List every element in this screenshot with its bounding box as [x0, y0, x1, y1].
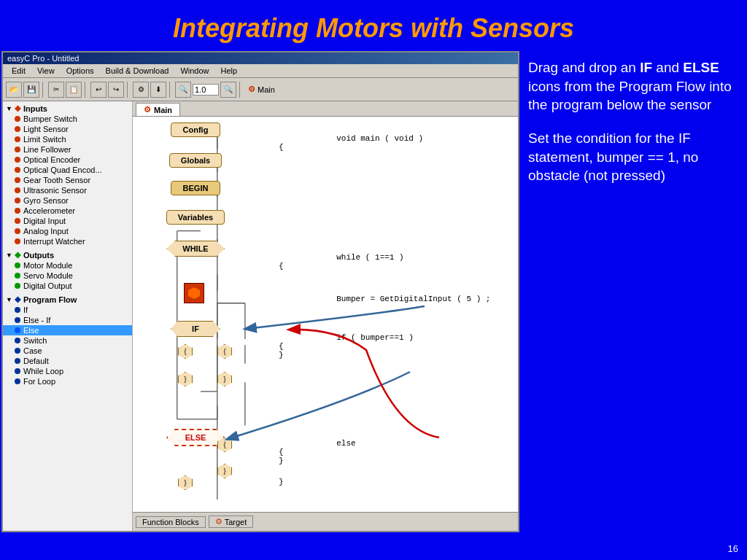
- sidebar-item-interruptwatcher[interactable]: Interrupt Watcher: [3, 236, 132, 246]
- menu-view[interactable]: View: [31, 66, 61, 76]
- flow-connector-rbrace1: }: [178, 372, 193, 386]
- ide-canvas[interactable]: Config Globals BEGIN Variables: [133, 117, 518, 512]
- toolbar-zoomout-btn[interactable]: 🔍: [220, 82, 236, 98]
- sidebar-item-else[interactable]: Else: [3, 325, 132, 335]
- menu-options[interactable]: Options: [61, 66, 100, 76]
- sidebar-item-digitalinput[interactable]: Digital Input: [3, 216, 132, 226]
- page-title: Integrating Motors with Sensors: [0, 0, 747, 51]
- sidebar-item-limitswitch[interactable]: Limit Switch: [3, 134, 132, 144]
- right-text-pre1: Drag and drop an: [528, 60, 640, 75]
- tab-icon: ⚙: [144, 105, 151, 114]
- toolbar-save-btn[interactable]: 💾: [23, 82, 39, 98]
- sidebar-outputs-header[interactable]: ▼ ◆ Outputs: [3, 249, 132, 260]
- flow-variables-box[interactable]: Variables: [166, 210, 225, 225]
- toolbar-zoomin-btn[interactable]: 🔍: [175, 82, 191, 98]
- flow-code-bumper-text: Bumper = GetDigitalInput ( 5 ) ;: [336, 295, 490, 303]
- sidebar-item-label: Switch: [23, 336, 47, 345]
- toolbar-sep5: [239, 82, 242, 98]
- sidebar-item-bumperswitch[interactable]: Bumper Switch: [3, 114, 132, 124]
- ide-toolbar: 📂 💾 ✂ 📋 ↩ ↪ ⚙ ⬇ 🔍 🔍 ⚙ Main: [3, 78, 518, 101]
- flow-while-box[interactable]: WHILE: [166, 241, 225, 257]
- flow-config-box[interactable]: Config: [171, 122, 220, 137]
- sidebar-item-forloop[interactable]: For Loop: [3, 376, 132, 386]
- flow-begin-box[interactable]: BEGIN: [171, 181, 220, 195]
- bumper-dot-icon: [15, 116, 20, 122]
- gyro-dot-icon: [15, 198, 20, 203]
- toolbar-download-btn[interactable]: ⬇: [150, 82, 166, 98]
- else-dot-icon: [15, 327, 20, 333]
- right-text-post: icons from the Program Flow into the pro…: [528, 79, 732, 113]
- main-indicator: ⚙ Main: [245, 85, 278, 94]
- ide-tab-main[interactable]: ⚙ Main: [136, 103, 180, 116]
- flow-connector-lbrace2: {: [217, 344, 232, 359]
- menu-build-download[interactable]: Build & Download: [100, 66, 175, 76]
- sidebar-item-servomodule[interactable]: Servo Module: [3, 271, 132, 281]
- sidebar-programflow-label: Program Flow: [23, 295, 77, 304]
- sidebar-programflow-header[interactable]: ▼ ◆ Program Flow: [3, 294, 132, 305]
- sidebar-item-default[interactable]: Default: [3, 356, 132, 366]
- target-icon: ⚙: [215, 517, 222, 526]
- sidebar-item-opticalencoder[interactable]: Optical Encoder: [3, 155, 132, 165]
- sidebar-item-label: Light Sensor: [23, 125, 69, 133]
- sidebar-item-whileloop[interactable]: While Loop: [3, 366, 132, 376]
- outputs-dot-icon: ◆: [15, 250, 20, 260]
- default-dot-icon: [15, 358, 20, 364]
- outputs-arrow-icon: ▼: [6, 252, 12, 259]
- toolbar-redo-btn[interactable]: ↪: [108, 82, 124, 98]
- toolbar-compile-btn[interactable]: ⚙: [133, 82, 149, 98]
- sidebar-item-opticalquad[interactable]: Optical Quad Encod...: [3, 165, 132, 175]
- ide-bottom-tabs: Function Blocks ⚙ Target: [133, 512, 518, 531]
- flow-code-else-text: else { }: [279, 439, 356, 465]
- flow-connector-rbrace2: }: [217, 372, 232, 386]
- sidebar-item-case[interactable]: Case: [3, 346, 132, 356]
- inputs-arrow-icon: ▼: [6, 105, 12, 112]
- flow-config-label: Config: [183, 125, 209, 134]
- flow-globals-box[interactable]: Globals: [169, 153, 222, 168]
- sidebar-item-accelerometer[interactable]: Accelerometer: [3, 206, 132, 216]
- flow-connector-rbrace-bottom: }: [178, 475, 193, 490]
- toolbar-open-btn[interactable]: 📂: [6, 82, 22, 98]
- flow-if-label: IF: [192, 324, 199, 333]
- sidebar-item-label: For Loop: [23, 377, 55, 386]
- sidebar-item-label: Digital Output: [23, 281, 72, 290]
- sidebar-item-label: Digital Input: [23, 217, 66, 225]
- menu-help[interactable]: Help: [215, 66, 244, 76]
- flow-while-label: WHILE: [182, 244, 208, 253]
- toolbar-undo-btn[interactable]: ↩: [90, 82, 107, 98]
- sidebar-item-label: Line Follower: [23, 145, 71, 154]
- flow-else-label: ELSE: [185, 433, 206, 442]
- sidebar-item-analoginput[interactable]: Analog Input: [3, 226, 132, 236]
- light-dot-icon: [15, 126, 20, 132]
- function-blocks-label: Function Blocks: [142, 518, 199, 526]
- menu-edit[interactable]: Edit: [6, 66, 31, 76]
- motor-dot-icon: [15, 262, 20, 268]
- sidebar-inputs-header[interactable]: ▼ ◆ Inputs: [3, 103, 132, 114]
- toolbar-sep3: [127, 82, 130, 98]
- flow-code-main-text: void main ( void ) {: [279, 134, 423, 152]
- sidebar-item-linefollower[interactable]: Line Follower: [3, 144, 132, 155]
- sidebar-item-switch[interactable]: Switch: [3, 335, 132, 346]
- sidebar-item-label: Interrupt Watcher: [23, 237, 85, 246]
- sidebar-item-label: Accelerometer: [23, 206, 75, 215]
- flow-sensor-box[interactable]: [184, 283, 204, 303]
- flow-else-box[interactable]: ELSE: [166, 429, 225, 446]
- sidebar-item-label: If: [23, 306, 28, 314]
- sidebar-item-ultrasonic[interactable]: Ultrasonic Sensor: [3, 185, 132, 195]
- sidebar-item-if[interactable]: If: [3, 305, 132, 315]
- diginput-dot-icon: [15, 218, 20, 224]
- sidebar-outputs-label: Outputs: [23, 251, 54, 260]
- zoom-input[interactable]: [193, 84, 219, 96]
- flow-code-close: }: [279, 478, 284, 486]
- flow-if-box[interactable]: IF: [171, 321, 220, 337]
- tab-target[interactable]: ⚙ Target: [209, 516, 254, 528]
- sidebar-item-elseif[interactable]: Else - If: [3, 315, 132, 325]
- tab-function-blocks[interactable]: Function Blocks: [136, 516, 206, 528]
- menu-window[interactable]: Window: [174, 66, 214, 76]
- sidebar-item-lightsensor[interactable]: Light Sensor: [3, 124, 132, 134]
- sidebar-item-geartooth[interactable]: Gear Tooth Sensor: [3, 175, 132, 185]
- toolbar-cut-btn[interactable]: ✂: [48, 82, 64, 98]
- toolbar-copy-btn[interactable]: 📋: [66, 82, 82, 98]
- sidebar-item-digitaloutput[interactable]: Digital Output: [3, 281, 132, 291]
- sidebar-item-gyro[interactable]: Gyro Sensor: [3, 195, 132, 206]
- sidebar-item-motormodule[interactable]: Motor Module: [3, 260, 132, 271]
